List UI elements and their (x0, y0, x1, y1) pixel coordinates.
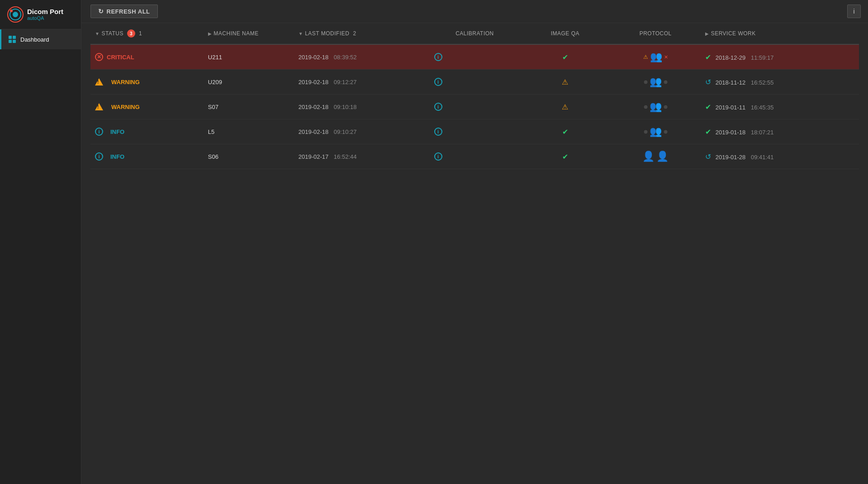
refresh-button[interactable]: ↻ REFRESH ALL (90, 5, 158, 18)
service-clock-icon: ↺ (705, 78, 711, 86)
sidebar-item-dashboard[interactable]: Dashboard (0, 29, 81, 49)
service-date: 2019-01-18 (716, 129, 746, 136)
col-label-machine: MACHINE NAME (213, 30, 258, 37)
machine-cell: U211 (204, 44, 294, 70)
imageqa-cell: ✔ (520, 44, 610, 70)
time-value: 08:39:52 (334, 54, 357, 61)
topbar: ↻ REFRESH ALL i (81, 0, 868, 23)
sidebar-item-label: Dashboard (20, 36, 49, 43)
col-label-service: SERVICE WORK (711, 30, 756, 37)
service-date: 2018-12-29 (716, 54, 746, 61)
time-value: 09:12:27 (334, 79, 357, 85)
refresh-icon: ↻ (98, 8, 104, 15)
col-label-status: STATUS (101, 30, 123, 37)
service-cell: ↺ 2019-01-28 09:41:41 (701, 144, 859, 169)
status-cell: i INFO (90, 144, 204, 169)
protocol-cell: ⚠ 👥 ✕ (610, 44, 701, 70)
service-check-icon: ✔ (705, 53, 711, 61)
time-value: 16:52:44 (334, 153, 357, 160)
protocol-x1-icon: ⊗ (644, 104, 648, 110)
dashboard-icon (9, 36, 16, 43)
date-value: 2019-02-18 (299, 104, 329, 110)
table-row[interactable]: i INFO L5 2019-02-18 09:10:27 (90, 119, 859, 144)
modified-cell: 2019-02-18 09:10:27 (294, 119, 430, 144)
protocol-x1-icon: ⊗ (644, 129, 648, 135)
service-time: 16:45:35 (751, 104, 774, 111)
protocol-x2-icon: ⊗ (664, 129, 668, 135)
col-header-status[interactable]: ▼ STATUS 3 1 (90, 23, 204, 44)
status-label: WARNING (111, 104, 140, 110)
protocol-user1-icon: 👤 (642, 151, 655, 162)
calibration-info-icon: i (434, 152, 442, 161)
sidebar-nav: Dashboard (0, 29, 81, 49)
status-label: INFO (110, 128, 124, 135)
status-badge: 3 (127, 29, 135, 38)
calibration-cell: i (430, 144, 520, 169)
data-table-container: ▼ STATUS 3 1 ▶ MACHINE NAME (81, 23, 868, 484)
table-row[interactable]: WARNING S07 2019-02-18 09:10:18 i (90, 95, 859, 119)
service-time: 16:52:55 (751, 79, 774, 86)
service-date: 2019-01-28 (716, 154, 746, 161)
date-value: 2019-02-17 (299, 153, 329, 160)
machine-cell: S06 (204, 144, 294, 169)
machine-name: L5 (208, 128, 214, 135)
calibration-info-icon: i (434, 78, 442, 86)
time-value: 09:10:27 (334, 128, 357, 135)
table-row[interactable]: ✕ CRITICAL U211 2019-02-18 08:39:52 (90, 44, 859, 70)
calibration-info-icon: i (434, 128, 442, 136)
table-header-row: ▼ STATUS 3 1 ▶ MACHINE NAME (90, 23, 859, 44)
imageqa-cell: ✔ (520, 144, 610, 169)
status-label: WARNING (111, 79, 140, 85)
main-content: ↻ REFRESH ALL i ▼ STATUS 3 1 (81, 0, 868, 484)
col-header-service[interactable]: ▶ SERVICE WORK (701, 23, 859, 44)
calibration-cell: i (430, 95, 520, 119)
modified-cell: 2019-02-17 16:52:44 (294, 144, 430, 169)
date-value: 2019-02-18 (299, 79, 329, 85)
protocol-user2-icon: 👤 (656, 151, 669, 162)
calibration-info-icon: i (434, 103, 442, 111)
protocol-x2-icon: ⊗ (664, 104, 668, 110)
table-row[interactable]: WARNING U209 2019-02-18 09:12:27 i (90, 70, 859, 95)
col-header-modified[interactable]: ▼ LAST MODIFIED 2 (294, 23, 430, 44)
logo-main: Dicom Port (27, 8, 63, 16)
info-icon: i (95, 152, 103, 161)
protocol-users-icon: 👥 (650, 51, 662, 63)
machine-name: U211 (208, 54, 222, 61)
protocol-cell: ⊗ 👥 ⊗ (610, 95, 701, 119)
time-value: 09:10:18 (334, 104, 357, 110)
imageqa-cell: ✔ (520, 119, 610, 144)
sort-arrow-machine: ▶ (208, 31, 212, 36)
col-header-protocol: PROTOCOL (610, 23, 701, 44)
imageqa-warning-icon: ⚠ (562, 103, 568, 111)
sidebar: Dicom Port autoQA Dashboard (0, 0, 81, 484)
imageqa-check-icon: ✔ (562, 128, 568, 136)
calibration-info-icon: i (434, 53, 442, 61)
col-label-modified: LAST MODIFIED (305, 30, 349, 37)
info-button[interactable]: i (847, 5, 861, 18)
col-header-imageqa: IMAGE QA (520, 23, 610, 44)
status-label: CRITICAL (107, 54, 134, 61)
logo: Dicom Port autoQA (0, 0, 81, 29)
critical-icon: ✕ (95, 53, 103, 61)
protocol-x2-icon: ⊗ (664, 79, 668, 85)
date-value: 2019-02-18 (299, 54, 329, 61)
machine-cell: S07 (204, 95, 294, 119)
modified-cell: 2019-02-18 09:12:27 (294, 70, 430, 95)
service-clock-icon: ↺ (705, 153, 711, 161)
service-cell: ✔ 2019-01-18 18:07:21 (701, 119, 859, 144)
imageqa-check-icon: ✔ (562, 53, 568, 61)
col-header-machine[interactable]: ▶ MACHINE NAME (204, 23, 294, 44)
calibration-cell: i (430, 70, 520, 95)
machine-cell: L5 (204, 119, 294, 144)
protocol-users-icon: 👥 (650, 76, 662, 88)
status-label: INFO (110, 153, 124, 160)
modified-cell: 2019-02-18 08:39:52 (294, 44, 430, 70)
table-row[interactable]: i INFO S06 2019-02-17 16:52:44 (90, 144, 859, 169)
protocol-cell: 👤 👤 (610, 144, 701, 169)
sort-arrow-modified: ▼ (299, 31, 303, 36)
protocol-cell: ⊗ 👥 ⊗ (610, 70, 701, 95)
service-check-icon: ✔ (705, 128, 711, 136)
warning-icon (95, 78, 103, 85)
calibration-cell: i (430, 119, 520, 144)
data-table: ▼ STATUS 3 1 ▶ MACHINE NAME (90, 23, 859, 169)
